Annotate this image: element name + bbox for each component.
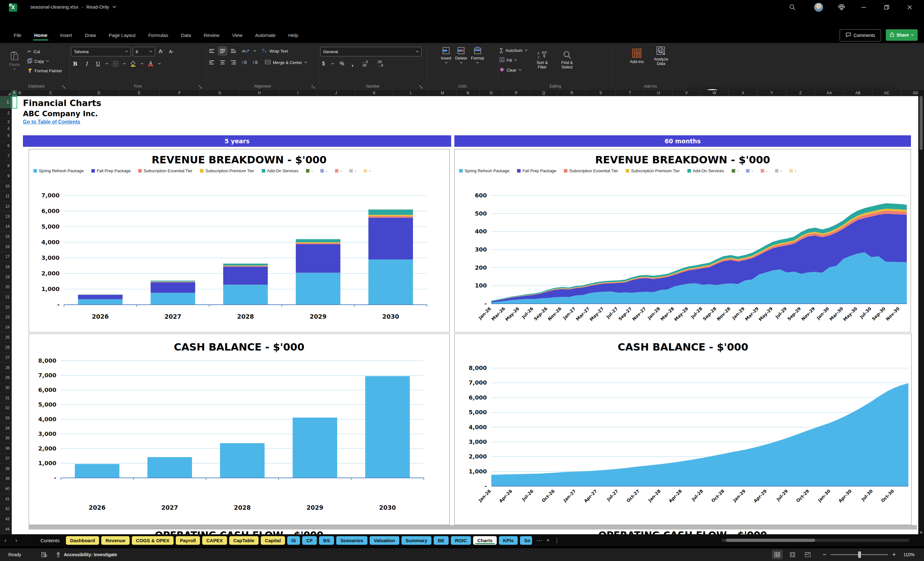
row-header-39[interactable]: 39	[0, 474, 12, 484]
orientation-chevron-icon[interactable]	[254, 50, 256, 52]
font-color-chevron-icon[interactable]	[158, 63, 161, 64]
bold-button[interactable]: B	[71, 60, 79, 68]
accounting-format-button[interactable]: $	[320, 60, 327, 68]
align-right-button[interactable]	[229, 58, 237, 66]
sheet-tab-scenarios[interactable]: Scenarios	[336, 536, 368, 545]
column-header-AB[interactable]: AB	[844, 90, 872, 96]
row-header-41[interactable]: 41	[0, 494, 12, 504]
column-header-U[interactable]: U	[645, 90, 673, 96]
increase-decimal-button[interactable]: ←.0.00	[360, 60, 370, 68]
column-header-L[interactable]: L	[393, 90, 429, 96]
font-color-button[interactable]: A	[147, 60, 155, 68]
row-header-6[interactable]: 6	[0, 141, 12, 151]
row-header-27[interactable]: 27	[0, 353, 12, 363]
zoom-slider[interactable]	[831, 554, 888, 555]
copy-button[interactable]: Copy	[27, 57, 62, 65]
format-cells-button[interactable]: Format	[471, 47, 484, 64]
paste-button[interactable]: Paste	[4, 46, 24, 75]
new-sheet-button[interactable]: +	[546, 537, 549, 543]
increase-font-size-button[interactable]: A^	[157, 48, 165, 56]
sheet-tab-valuation[interactable]: Valuation	[370, 536, 399, 545]
decrease-decimal-button[interactable]: .00→.0	[375, 60, 386, 68]
orientation-button[interactable]: ab	[240, 47, 251, 55]
column-header-A[interactable]: A	[12, 90, 17, 96]
sheet-nav-next-icon[interactable]: ›	[11, 537, 22, 544]
row-header-34[interactable]: 34	[0, 423, 12, 434]
scroll-down-arrow-icon[interactable]	[919, 530, 923, 534]
cut-button[interactable]: ✂Cut	[27, 48, 62, 56]
row-header-25[interactable]: 25	[0, 332, 12, 343]
comma-style-button[interactable]: ,	[350, 60, 355, 68]
row-header-14[interactable]: 14	[0, 222, 12, 232]
alignment-dialog-launcher-icon[interactable]	[311, 84, 315, 88]
ribbon-tab-home[interactable]: Home	[28, 31, 53, 40]
row-header-2[interactable]: 2	[0, 109, 12, 117]
column-header-H[interactable]: H	[240, 90, 279, 96]
insert-cells-button[interactable]: Insert	[441, 47, 452, 64]
column-header-N[interactable]: N	[457, 90, 480, 96]
sheet-tab-capex[interactable]: CAPEX	[202, 536, 227, 545]
sheet-tab-charts[interactable]: Charts	[473, 536, 497, 545]
restore-button[interactable]	[882, 3, 891, 12]
number-format-select[interactable]: General	[320, 47, 422, 56]
sheet-tab-kpis[interactable]: KPIs	[499, 536, 518, 545]
sheet-tab-is[interactable]: IS	[287, 536, 300, 545]
number-dialog-launcher-icon[interactable]	[419, 84, 423, 88]
ribbon-tab-view[interactable]: View	[227, 31, 248, 40]
row-header-36[interactable]: 36	[0, 444, 12, 454]
chart-cash-balance-monthly[interactable]: CASH BALANCE - $'000-1,0002,0003,0004,00…	[454, 334, 912, 525]
fill-color-chevron-icon[interactable]	[140, 63, 143, 64]
page-break-preview-button[interactable]	[802, 550, 813, 560]
underline-chevron-icon[interactable]	[105, 63, 108, 64]
title-chevron-down-icon[interactable]	[112, 6, 116, 8]
zoom-in-button[interactable]: +	[892, 552, 896, 558]
chart-revenue-breakdown-annual[interactable]: REVENUE BREAKDOWN - $'000Spring Refresh …	[28, 149, 450, 332]
tab-options-icon[interactable]: ⋮	[554, 537, 560, 544]
row-header-31[interactable]: 31	[0, 393, 12, 403]
sheet-tab-captable[interactable]: CapTable	[229, 536, 258, 545]
row-header-9[interactable]: 9	[0, 171, 12, 182]
sheet-tab-payroll[interactable]: Payroll	[176, 536, 200, 545]
row-header-13[interactable]: 13	[0, 212, 12, 222]
row-header-23[interactable]: 23	[0, 312, 12, 322]
column-header-O[interactable]: O	[480, 90, 503, 96]
minimize-button[interactable]	[859, 3, 868, 12]
column-header-E[interactable]: E	[119, 90, 159, 96]
italic-button[interactable]: I	[82, 60, 91, 68]
macro-record-icon[interactable]	[40, 550, 48, 559]
align-left-button[interactable]	[208, 58, 216, 66]
zoom-level[interactable]: 110%	[903, 552, 915, 557]
align-middle-button[interactable]	[218, 47, 227, 55]
find-select-button[interactable]: Find & Select	[557, 46, 577, 74]
decrease-indent-button[interactable]	[240, 58, 248, 66]
percent-style-button[interactable]: %	[339, 60, 345, 68]
autosum-button[interactable]: ∑AutoSum	[500, 46, 528, 54]
chart-revenue-breakdown-monthly[interactable]: REVENUE BREAKDOWN - $'000Spring Refresh …	[454, 149, 911, 332]
increase-indent-button[interactable]	[251, 58, 259, 66]
row-header-11[interactable]: 11	[0, 191, 12, 201]
column-header-AA[interactable]: AA	[815, 90, 844, 96]
underline-button[interactable]: U	[94, 60, 102, 68]
ribbon-tab-help[interactable]: Help	[283, 31, 304, 40]
row-header-33[interactable]: 33	[0, 413, 12, 423]
row-header-37[interactable]: 37	[0, 454, 12, 464]
column-header-G[interactable]: G	[200, 90, 240, 96]
column-header-K[interactable]: K	[356, 90, 393, 96]
ribbon-tab-automate[interactable]: Automate	[250, 31, 281, 40]
row-header-16[interactable]: 16	[0, 242, 12, 252]
zoom-slider-thumb[interactable]	[858, 552, 861, 558]
format-painter-button[interactable]: Format Painter	[27, 66, 62, 75]
ribbon-tab-review[interactable]: Review	[198, 31, 225, 40]
borders-chevron-icon[interactable]	[123, 63, 126, 64]
sheet-tab-cf[interactable]: CF	[302, 536, 317, 545]
align-top-button[interactable]	[208, 47, 216, 55]
user-avatar[interactable]	[814, 3, 824, 12]
column-header-B[interactable]: B	[17, 90, 22, 96]
row-header-12[interactable]: 12	[0, 201, 12, 212]
sheet-canvas[interactable]: Financial Charts ABC Company Inc. Go to …	[12, 96, 918, 534]
sheet-tab-revenue[interactable]: Revenue	[101, 536, 130, 545]
row-header-15[interactable]: 15	[0, 232, 12, 242]
font-dialog-launcher-icon[interactable]	[198, 84, 202, 88]
row-header-7[interactable]: 7	[0, 151, 12, 161]
row-header-44[interactable]: 44	[0, 524, 12, 534]
